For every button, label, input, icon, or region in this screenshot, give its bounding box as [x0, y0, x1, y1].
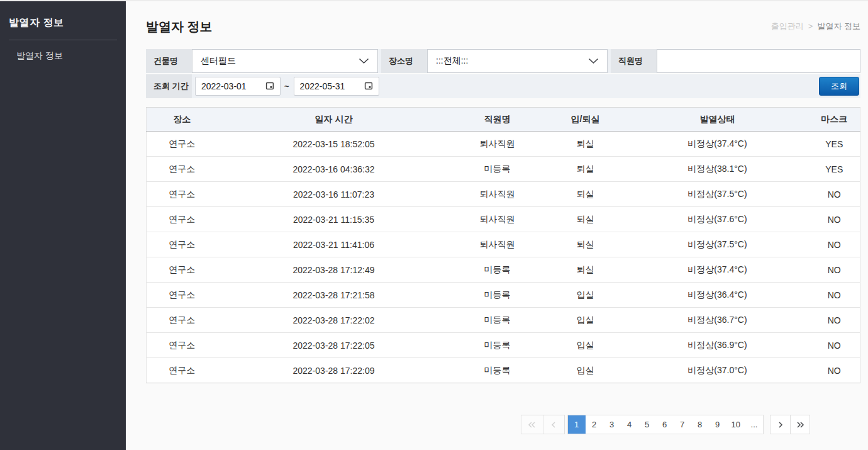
cell-place: 연구소	[147, 182, 218, 207]
table-row[interactable]: 연구소 2022-03-28 17:22:05 미등록 입실 비정상(36.9°…	[147, 333, 860, 358]
cell-place: 연구소	[147, 333, 218, 358]
cell-datetime: 2022-03-28 17:22:02	[218, 308, 450, 333]
building-label: 건물명	[146, 49, 192, 73]
filter-row-2: 조회 기간 2022-03-01 ~ 2022-05-31 조회	[146, 74, 860, 98]
cell-mask: NO	[809, 207, 860, 232]
employee-name-input[interactable]	[657, 49, 860, 73]
page-header: 발열자 정보 출입관리>발열자 정보	[146, 16, 860, 37]
col-header-fever-status: 발열상태	[626, 108, 809, 132]
cell-place: 연구소	[147, 283, 218, 308]
cell-datetime: 2022-03-28 17:22:09	[218, 358, 450, 383]
chevron-down-icon	[359, 56, 369, 66]
table-row[interactable]: 연구소 2022-03-21 11:15:35 퇴사직원 퇴실 비정상(37.6…	[147, 207, 860, 232]
chevron-down-icon	[588, 56, 599, 66]
search-button[interactable]: 조회	[819, 77, 859, 96]
cell-datetime: 2022-03-16 11:07:23	[218, 182, 450, 207]
cell-fever-status: 비정상(37.5°C)	[626, 232, 809, 257]
filter-spacer	[379, 74, 819, 98]
cell-fever-status: 비정상(38.1°C)	[626, 157, 809, 182]
sidebar: 발열자 정보 발열자 정보	[0, 1, 126, 450]
first-page-icon	[527, 420, 537, 429]
cell-datetime: 2022-03-21 11:15:35	[218, 207, 450, 232]
cell-inout: 입실	[545, 333, 626, 358]
table-row[interactable]: 연구소 2022-03-28 17:22:09 미등록 입실 비정상(37.0°…	[147, 358, 860, 383]
cell-inout: 입실	[545, 283, 626, 308]
place-select[interactable]: :::전체:::	[427, 49, 608, 73]
cell-employee: 미등록	[450, 308, 545, 333]
breadcrumb-current: 발열자 정보	[817, 21, 860, 31]
page-button-6[interactable]: 6	[656, 415, 674, 434]
cell-datetime: 2022-03-28 17:12:49	[218, 257, 450, 283]
cell-datetime: 2022-03-15 18:52:05	[218, 132, 450, 157]
table-row[interactable]: 연구소 2022-03-16 04:36:32 미등록 퇴실 비정상(38.1°…	[147, 157, 860, 182]
table-body: 연구소 2022-03-15 18:52:05 퇴사직원 퇴실 비정상(37.4…	[147, 132, 860, 383]
cell-fever-status: 비정상(37.0°C)	[626, 358, 809, 383]
sidebar-title: 발열자 정보	[0, 1, 126, 40]
pagination-forward-group	[770, 415, 810, 434]
page-button-9[interactable]: 9	[709, 415, 726, 434]
building-select-value: 센터필드	[201, 55, 236, 67]
cell-fever-status: 비정상(36.9°C)	[626, 333, 809, 358]
last-page-icon	[796, 420, 805, 429]
cell-mask: NO	[809, 333, 860, 358]
next-page-button[interactable]	[771, 415, 790, 434]
table-row[interactable]: 연구소 2022-03-28 17:21:58 미등록 입실 비정상(36.4°…	[147, 283, 860, 308]
col-header-employee: 직원명	[450, 108, 545, 132]
filter-panel: 건물명 센터필드 장소명 :::전체::: 직원명 조	[146, 49, 860, 98]
calendar-icon	[364, 81, 373, 92]
start-date-input[interactable]: 2022-03-01	[195, 77, 281, 96]
cell-employee: 미등록	[450, 358, 545, 383]
last-page-button[interactable]	[790, 415, 810, 434]
table-row[interactable]: 연구소 2022-03-28 17:22:02 미등록 입실 비정상(36.7°…	[147, 308, 860, 333]
cell-inout: 퇴실	[545, 207, 626, 232]
cell-mask: YES	[809, 157, 860, 182]
breadcrumb-separator-icon: >	[808, 21, 813, 31]
page-button-8[interactable]: 8	[691, 415, 709, 434]
page-button-1[interactable]: 1	[568, 415, 586, 434]
prev-page-icon	[549, 420, 558, 429]
page-button-7[interactable]: 7	[674, 415, 691, 434]
table-row[interactable]: 연구소 2022-03-16 11:07:23 퇴사직원 퇴실 비정상(37.5…	[147, 182, 860, 207]
cell-mask: NO	[809, 358, 860, 383]
page-button-2[interactable]: 2	[586, 415, 603, 434]
page-button-5[interactable]: 5	[638, 415, 656, 434]
pagination: 12345678910...	[146, 415, 860, 434]
page-button-3[interactable]: 3	[603, 415, 621, 434]
cell-datetime: 2022-03-28 17:22:05	[218, 333, 450, 358]
period-label: 조회 기간	[146, 74, 192, 98]
filter-row-1: 건물명 센터필드 장소명 :::전체::: 직원명	[146, 49, 860, 73]
table-row[interactable]: 연구소 2022-03-21 11:41:06 퇴사직원 퇴실 비정상(37.5…	[147, 232, 860, 257]
end-date-input[interactable]: 2022-05-31	[294, 77, 379, 96]
cell-inout: 퇴실	[545, 132, 626, 157]
place-label: 장소명	[381, 49, 427, 73]
sidebar-nav: 발열자 정보	[0, 40, 126, 69]
cell-fever-status: 비정상(36.4°C)	[626, 283, 809, 308]
cell-mask: YES	[809, 132, 860, 157]
prev-page-button[interactable]	[543, 415, 564, 434]
table-row[interactable]: 연구소 2022-03-15 18:52:05 퇴사직원 퇴실 비정상(37.4…	[147, 132, 860, 157]
page-title: 발열자 정보	[146, 18, 213, 35]
cell-employee: 퇴사직원	[450, 132, 545, 157]
cell-employee: 퇴사직원	[450, 207, 545, 232]
cell-employee: 미등록	[450, 157, 545, 182]
cell-fever-status: 비정상(37.6°C)	[626, 207, 809, 232]
cell-datetime: 2022-03-21 11:41:06	[218, 232, 450, 257]
col-header-inout: 입/퇴실	[545, 108, 626, 132]
building-select[interactable]: 센터필드	[192, 49, 378, 73]
col-header-mask: 마스크	[809, 108, 860, 132]
cell-datetime: 2022-03-28 17:21:58	[218, 283, 450, 308]
cell-mask: NO	[809, 283, 860, 308]
calendar-icon	[265, 81, 274, 92]
col-header-place: 장소	[147, 108, 218, 132]
page-button-10[interactable]: 10	[726, 415, 745, 434]
cell-employee: 퇴사직원	[450, 182, 545, 207]
table-row[interactable]: 연구소 2022-03-28 17:12:49 미등록 퇴실 비정상(37.4°…	[147, 257, 860, 283]
first-page-button[interactable]	[521, 415, 543, 434]
cell-datetime: 2022-03-16 04:36:32	[218, 157, 450, 182]
page-button-4[interactable]: 4	[621, 415, 638, 434]
cell-place: 연구소	[147, 257, 218, 283]
start-date-value: 2022-03-01	[201, 81, 247, 91]
cell-employee: 미등록	[450, 283, 545, 308]
cell-fever-status: 비정상(37.5°C)	[626, 182, 809, 207]
sidebar-item-fever-info[interactable]: 발열자 정보	[0, 40, 126, 69]
